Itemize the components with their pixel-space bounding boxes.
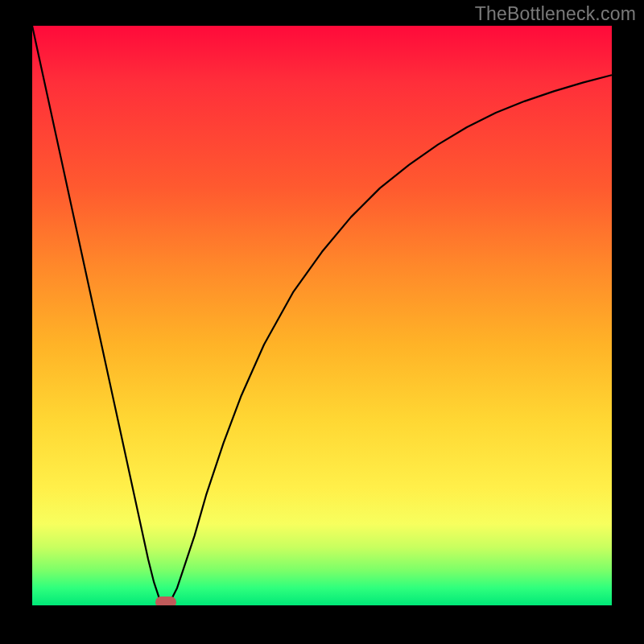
curve-svg — [32, 26, 612, 605]
minimum-marker — [155, 597, 176, 605]
bottleneck-curve — [32, 26, 612, 605]
plot-area — [32, 26, 612, 605]
watermark-text: TheBottleneck.com — [475, 3, 636, 25]
chart-frame: TheBottleneck.com — [0, 0, 644, 644]
